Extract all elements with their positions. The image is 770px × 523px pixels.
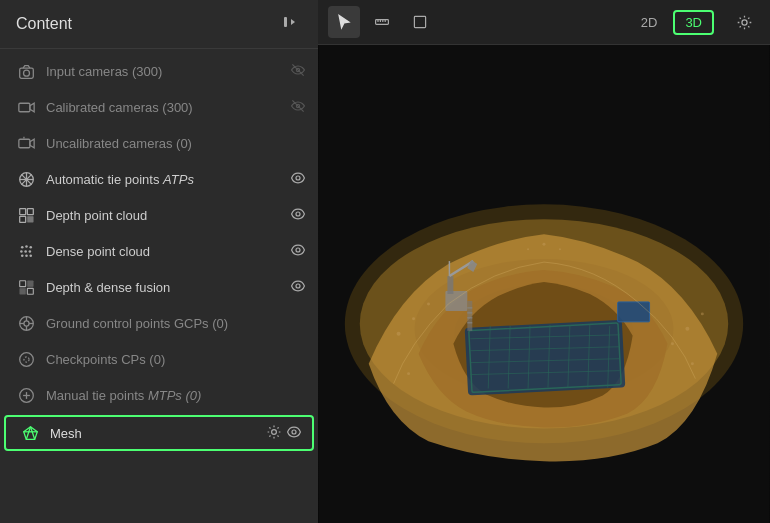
depth-dense-fusion-icon	[16, 277, 36, 297]
svg-point-52	[292, 430, 296, 434]
svg-point-94	[671, 342, 674, 345]
svg-rect-87	[618, 302, 650, 322]
input-cameras-label: Input cameras (300)	[46, 64, 284, 79]
sidebar-item-depth-point-cloud[interactable]: Depth point cloud	[0, 197, 318, 233]
depth-point-cloud-label: Depth point cloud	[46, 208, 284, 223]
sidebar-header: Content	[0, 0, 318, 49]
svg-point-59	[741, 19, 746, 24]
auto-tie-points-label: Automatic tie points ATPs	[46, 172, 284, 187]
crop-tool-button[interactable]	[404, 6, 436, 38]
sidebar-item-calibrated-cameras[interactable]: Calibrated cameras (300)	[0, 89, 318, 125]
depth-dense-fusion-label: Depth & dense fusion	[46, 280, 284, 295]
mesh-gear-icon[interactable]	[266, 424, 282, 443]
svg-point-2	[23, 70, 29, 76]
collapse-sidebar-button[interactable]	[278, 12, 302, 36]
sidebar: Content Input cameras (300)	[0, 0, 318, 523]
uncalibrated-cameras-label: Uncalibrated cameras (0)	[46, 136, 306, 151]
checkpoint-icon	[16, 349, 36, 369]
toolbar: 2D 3D	[318, 0, 770, 45]
svg-rect-32	[27, 280, 33, 286]
settings-button[interactable]	[728, 6, 760, 38]
gcp-label: Ground control points GCPs (0)	[46, 316, 306, 331]
svg-point-93	[701, 312, 704, 315]
svg-point-89	[397, 332, 401, 336]
svg-rect-16	[19, 208, 25, 214]
gcp-icon	[16, 313, 36, 333]
uncalibrated-camera-icon	[16, 133, 36, 153]
svg-point-21	[20, 245, 23, 248]
sidebar-items-list: Input cameras (300) Calibrated cameras (…	[0, 49, 318, 523]
dense-point-cloud-visibility-icon[interactable]	[290, 242, 306, 261]
sidebar-item-checkpoints[interactable]: Checkpoints CPs (0)	[0, 341, 318, 377]
sidebar-title: Content	[16, 15, 72, 33]
dense-point-cloud-icon	[16, 241, 36, 261]
svg-point-96	[691, 362, 694, 365]
svg-rect-18	[19, 216, 25, 222]
svg-point-91	[427, 302, 430, 305]
svg-rect-31	[19, 280, 25, 286]
svg-point-30	[296, 248, 300, 252]
svg-point-43	[23, 356, 28, 361]
svg-point-27	[20, 254, 23, 257]
svg-point-26	[28, 250, 31, 253]
sidebar-item-depth-dense-fusion[interactable]: Depth & dense fusion	[0, 269, 318, 305]
svg-point-90	[412, 317, 415, 320]
svg-point-25	[24, 250, 27, 253]
svg-point-20	[296, 212, 300, 216]
svg-rect-58	[414, 16, 425, 27]
svg-rect-34	[27, 288, 33, 294]
svg-rect-33	[19, 288, 25, 294]
dense-point-cloud-label: Dense point cloud	[46, 244, 284, 259]
main-view: 2D 3D	[318, 0, 770, 523]
svg-rect-0	[284, 17, 287, 27]
view-mode-group: 2D 3D	[629, 10, 714, 35]
sidebar-item-manual-tie-points[interactable]: Manual tie points MTPs (0)	[0, 377, 318, 413]
svg-point-15	[296, 176, 300, 180]
sidebar-item-uncalibrated-cameras[interactable]: Uncalibrated cameras (0)	[0, 125, 318, 161]
auto-tie-points-visibility-icon[interactable]	[290, 170, 306, 189]
view-3d-button[interactable]: 3D	[673, 10, 714, 35]
sidebar-item-auto-tie-points[interactable]: Automatic tie points ATPs	[0, 161, 318, 197]
svg-point-28	[25, 254, 28, 257]
select-tool-button[interactable]	[328, 6, 360, 38]
svg-point-98	[527, 248, 529, 250]
svg-point-24	[20, 250, 23, 253]
svg-point-29	[29, 254, 32, 257]
svg-point-37	[23, 320, 28, 325]
svg-point-35	[296, 284, 300, 288]
svg-point-92	[685, 327, 689, 331]
depth-point-cloud-visibility-icon[interactable]	[290, 206, 306, 225]
checkpoints-label: Checkpoints CPs (0)	[46, 352, 306, 367]
svg-rect-17	[27, 208, 33, 214]
svg-point-23	[29, 245, 32, 248]
sidebar-item-gcp[interactable]: Ground control points GCPs (0)	[0, 305, 318, 341]
mesh-visibility-icon[interactable]	[286, 424, 302, 443]
svg-point-51	[272, 429, 277, 434]
svg-rect-7	[18, 139, 29, 148]
mesh-icon	[20, 423, 40, 443]
mtp-icon	[16, 385, 36, 405]
svg-point-22	[25, 245, 28, 248]
calibrated-cameras-label: Calibrated cameras (300)	[46, 100, 284, 115]
svg-rect-19	[27, 216, 33, 222]
sidebar-item-input-cameras[interactable]: Input cameras (300)	[0, 53, 318, 89]
depth-dense-fusion-visibility-icon[interactable]	[290, 278, 306, 297]
mesh-label: Mesh	[50, 426, 260, 441]
svg-point-99	[559, 248, 561, 250]
depth-point-cloud-icon	[16, 205, 36, 225]
calibrated-camera-icon	[16, 97, 36, 117]
ruler-tool-button[interactable]	[366, 6, 398, 38]
svg-rect-82	[467, 301, 472, 331]
calibrated-cameras-visibility-icon[interactable]	[290, 98, 306, 117]
auto-tie-points-icon	[16, 169, 36, 189]
sidebar-item-dense-point-cloud[interactable]: Dense point cloud	[0, 233, 318, 269]
mtp-label: Manual tie points MTPs (0)	[46, 388, 306, 403]
sidebar-item-mesh[interactable]: Mesh	[4, 415, 314, 451]
svg-rect-4	[18, 103, 29, 112]
input-cameras-visibility-icon[interactable]	[290, 62, 306, 81]
svg-point-95	[407, 372, 410, 375]
svg-rect-79	[447, 276, 453, 294]
view-2d-button[interactable]: 2D	[629, 10, 670, 35]
svg-point-42	[19, 352, 33, 366]
viewport[interactable]	[318, 45, 770, 523]
